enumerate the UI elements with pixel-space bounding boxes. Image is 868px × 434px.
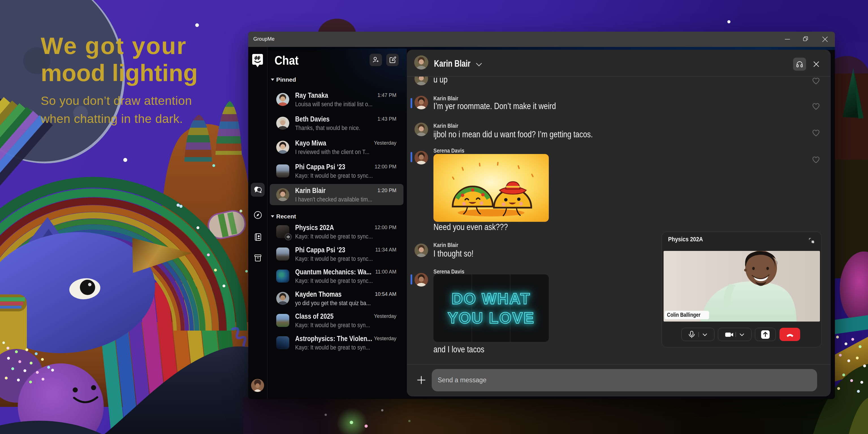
svg-text:DO WHAT: DO WHAT	[452, 290, 531, 307]
svg-text:YOU LOVE: YOU LOVE	[447, 309, 535, 327]
